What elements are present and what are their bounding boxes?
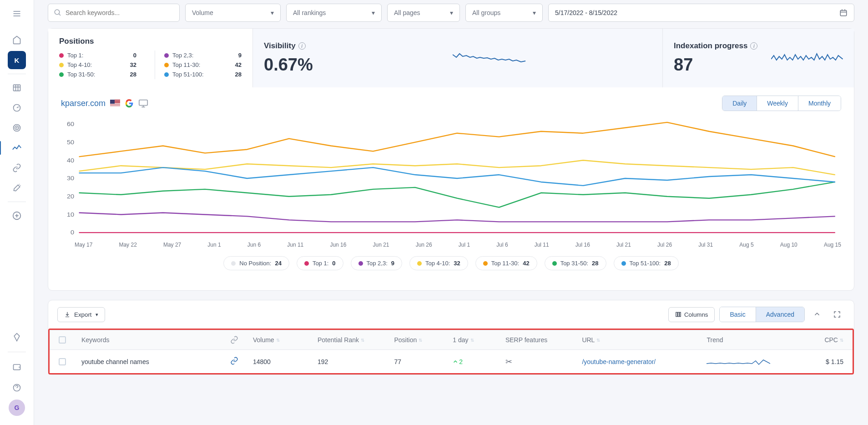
- volume-dropdown[interactable]: Volume ▾: [185, 4, 281, 22]
- x-tick: Jul 11: [535, 242, 549, 248]
- svg-text:40: 40: [67, 157, 74, 163]
- daterange-label: 5/17/2022 - 8/15/2022: [555, 9, 617, 16]
- th-potential[interactable]: Potential Rank⇅: [318, 336, 389, 344]
- rankings-dropdown[interactable]: All rankings ▾: [286, 4, 382, 22]
- indexation-block[interactable]: Indexation progress i 87: [663, 29, 854, 87]
- visibility-block[interactable]: Visibility i 0.67%: [253, 29, 663, 87]
- x-tick: Aug 10: [780, 242, 797, 248]
- x-tick: May 27: [163, 242, 181, 248]
- nav-target[interactable]: [8, 119, 26, 137]
- x-tick: Aug 15: [824, 242, 841, 248]
- monthly-tab[interactable]: Monthly: [798, 96, 841, 111]
- row-checkbox[interactable]: [59, 358, 66, 365]
- legend-item[interactable]: Top 2,3: 9: [351, 256, 403, 270]
- divider: [8, 352, 26, 352]
- chart-header: kparser.com Daily Weekly Monthly: [48, 87, 854, 115]
- download-icon: [64, 311, 71, 318]
- x-tick: Aug 5: [739, 242, 753, 248]
- daterange-picker[interactable]: 5/17/2022 - 8/15/2022: [548, 4, 854, 22]
- th-keywords[interactable]: Keywords: [81, 336, 226, 344]
- chevron-down-icon: ▾: [450, 9, 453, 16]
- th-serp[interactable]: SERP features: [505, 336, 577, 344]
- position-stat: Top 51-100:28: [164, 70, 242, 79]
- pages-dropdown[interactable]: All pages ▾: [387, 4, 460, 22]
- x-tick: Jun 6: [247, 242, 261, 248]
- svg-line-18: [59, 14, 61, 15]
- daily-tab[interactable]: Daily: [722, 96, 757, 111]
- nav-help[interactable]: [8, 379, 26, 397]
- basic-tab[interactable]: Basic: [720, 307, 755, 322]
- svg-text:30: 30: [67, 176, 74, 182]
- dropdown-label: All groups: [472, 9, 500, 16]
- flag-us-icon: [110, 100, 120, 107]
- th-url[interactable]: URL⇅: [582, 336, 702, 344]
- legend-item[interactable]: Top 31-50: 28: [545, 256, 606, 270]
- x-tick: May 22: [119, 242, 136, 248]
- th-volume[interactable]: Volume⇅: [253, 336, 313, 344]
- search-icon: [54, 9, 62, 17]
- divider: [8, 74, 26, 74]
- legend-item[interactable]: No Position: 24: [223, 256, 289, 270]
- th-cpc[interactable]: CPC⇅: [807, 336, 843, 344]
- weekly-tab[interactable]: Weekly: [757, 96, 798, 111]
- nav-speed[interactable]: [8, 99, 26, 117]
- dropdown-label: All rankings: [293, 9, 326, 16]
- th-position[interactable]: Position⇅: [394, 336, 448, 344]
- x-tick: Jun 21: [373, 242, 389, 248]
- x-tick: Jun 1: [207, 242, 221, 248]
- domain-link[interactable]: kparser.com: [61, 99, 106, 108]
- legend-item[interactable]: Top 1: 0: [297, 256, 343, 270]
- legend-item[interactable]: Top 51-100: 28: [614, 256, 679, 270]
- svg-text:50: 50: [67, 139, 74, 145]
- calendar-icon: [839, 9, 848, 17]
- search-input[interactable]: [66, 9, 174, 16]
- nav-links[interactable]: [8, 159, 26, 177]
- cell-link-icon[interactable]: [230, 357, 248, 366]
- columns-button[interactable]: Columns: [668, 307, 715, 322]
- desktop-icon: [138, 98, 148, 108]
- svg-text:10: 10: [67, 212, 74, 218]
- menu-toggle[interactable]: [8, 5, 26, 23]
- legend-item[interactable]: Top 11-30: 42: [475, 256, 537, 270]
- collapse-button[interactable]: [809, 307, 825, 322]
- export-button[interactable]: Export ▾: [57, 307, 105, 322]
- indexation-title: Indexation progress i: [674, 41, 757, 51]
- x-tick: May 17: [75, 242, 92, 248]
- svg-rect-33: [676, 312, 677, 316]
- cell-url[interactable]: /youtube-name-generator/: [582, 358, 702, 365]
- chevron-down-icon: ▾: [372, 9, 375, 16]
- nav-gem[interactable]: [8, 328, 26, 346]
- nav-chart[interactable]: [8, 139, 26, 157]
- visibility-title: Visibility i: [264, 41, 313, 51]
- svg-rect-34: [678, 312, 679, 316]
- groups-dropdown[interactable]: All groups ▾: [465, 4, 543, 22]
- nav-keywords[interactable]: K: [8, 51, 26, 69]
- th-day1[interactable]: 1 day⇅: [453, 336, 501, 344]
- legend-item[interactable]: Top 4-10: 32: [409, 256, 468, 270]
- x-tick: Jul 31: [698, 242, 713, 248]
- search-input-wrap[interactable]: [48, 4, 180, 22]
- positions-block: Positions Top 1:0Top 4-10:32Top 31-50:28…: [48, 29, 253, 87]
- svg-rect-19: [840, 10, 847, 16]
- arrow-up-icon: [453, 359, 458, 364]
- table-row[interactable]: youtube channel names 14800 192 77 2 ✂ /…: [50, 349, 853, 373]
- th-trend[interactable]: Trend: [707, 336, 802, 344]
- x-tick: Jun 16: [330, 242, 346, 248]
- nav-add[interactable]: [8, 207, 26, 225]
- nav-magic[interactable]: [8, 179, 26, 197]
- fullscreen-button[interactable]: [829, 307, 845, 322]
- cell-trend: [707, 355, 802, 368]
- select-all-checkbox[interactable]: [59, 336, 66, 344]
- visibility-sparkline: [327, 49, 651, 67]
- divider: [8, 202, 26, 202]
- chevron-down-icon: ▾: [271, 9, 274, 16]
- th-link-icon[interactable]: [230, 336, 248, 344]
- cell-volume: 14800: [253, 358, 313, 365]
- table-toolbar: Export ▾ Columns Basic Advanced: [48, 300, 854, 329]
- nav-home[interactable]: [8, 31, 26, 49]
- cell-cpc: $ 1.15: [807, 358, 843, 365]
- avatar[interactable]: G: [9, 400, 25, 416]
- nav-wallet[interactable]: [8, 358, 26, 376]
- nav-table[interactable]: [8, 79, 26, 97]
- advanced-tab[interactable]: Advanced: [756, 307, 804, 322]
